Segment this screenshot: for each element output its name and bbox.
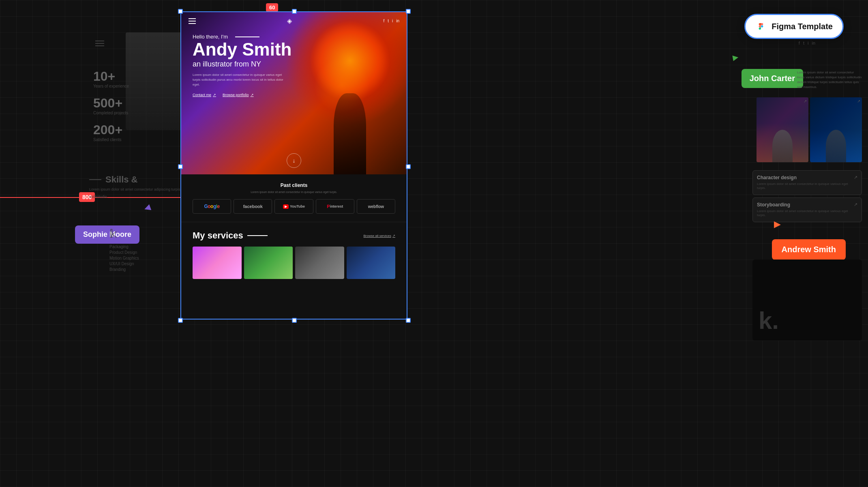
right-panel: Figma Template f t i in ◀ John Carter Lo…	[698, 0, 868, 487]
selection-handle-ml[interactable]	[178, 164, 183, 169]
figma-social-icons: f t i in	[799, 41, 815, 45]
list-item-motion: Motion Graphics	[109, 256, 139, 260]
clients-section: Past clients Lorem ipsum dolor sit amet …	[181, 174, 407, 222]
hero-subtitle: an illustrator from NY	[193, 60, 395, 69]
left-panel: 10+ Years of experience 500+ Completed p…	[0, 0, 186, 487]
selection-handle-br[interactable]	[406, 318, 411, 323]
service-card-title-2: Storyboarding	[757, 202, 790, 208]
services-title: My services	[193, 230, 243, 241]
service-thumb-2	[244, 247, 293, 279]
ruler-label-60: 60	[266, 3, 278, 12]
artwork-item-2: ↗	[810, 97, 862, 162]
service-card-storyboard: Storyboarding ↗ Lorem ipsum dolor sit am…	[752, 197, 862, 222]
nav-hamburger[interactable]	[189, 18, 196, 24]
selection-handle-bl[interactable]	[178, 318, 183, 323]
stats-block: 10+ Years of experience 500+ Completed p…	[93, 69, 129, 149]
list-item-uxui: UX/UI Design	[109, 262, 139, 266]
figma-template-badge[interactable]: Figma Template	[744, 14, 844, 39]
selection-handle-mr[interactable]	[406, 164, 411, 169]
figma-icon	[755, 21, 767, 32]
card-nav: ◈ f t i in	[181, 12, 407, 30]
hamburger-menu-left	[95, 41, 104, 46]
nav-facebook-icon: f	[383, 19, 384, 23]
instagram-social-icon: i	[808, 41, 808, 45]
cursor-red: ▶	[774, 219, 781, 230]
service-card-character: Character design ↗ Lorem ipsum dolor sit…	[752, 170, 862, 195]
nav-twitter-icon: t	[388, 19, 389, 23]
john-carter-badge: John Carter	[742, 69, 803, 88]
contact-arrow-icon: ↗	[213, 93, 216, 97]
list-item-packaging: Packaging	[109, 245, 139, 249]
hero-section: ◈ f t i in Hello there, I'm Andy Smith a…	[181, 12, 407, 174]
hero-greeting: Hello there, I'm	[193, 34, 395, 40]
browse-all-services-link[interactable]: Browse all services ↗	[364, 234, 395, 238]
portfolio-arrow-icon: ↗	[251, 93, 254, 97]
right-description-text: Lorem ipsum dolor sit amet consectetur l…	[797, 70, 862, 90]
selection-handle-tr[interactable]	[406, 9, 411, 14]
service-card-arrow-1: ↗	[854, 175, 857, 182]
service-card-arrow-2: ↗	[854, 202, 857, 209]
skills-description: Lorem ipsum dolor sit amet consectetur a…	[89, 187, 180, 199]
nav-linkedin-icon: in	[396, 19, 399, 23]
service-card-title-1: Character design	[757, 175, 797, 180]
clients-title: Past clients	[193, 182, 395, 188]
client-pinterest: Pinterest	[316, 199, 354, 214]
cursor-left: ◀	[142, 202, 151, 213]
selection-handle-tl[interactable]	[178, 9, 183, 14]
client-webflow: webflow	[357, 199, 395, 214]
youtube-icon: ▶	[283, 204, 289, 209]
hero-description: Lorem ipsum dolor sit amet consectetur i…	[193, 73, 290, 87]
twitter-social-icon: t	[803, 41, 804, 45]
skills-title: Skills &	[105, 174, 137, 185]
main-card: ◈ f t i in Hello there, I'm Andy Smith a…	[180, 11, 407, 320]
artwork-grid: ↗ ↗	[757, 97, 862, 162]
nav-logo: ◈	[287, 17, 292, 25]
nav-instagram-icon: i	[392, 19, 393, 23]
selection-handle-tm[interactable]	[292, 9, 297, 14]
services-section: My services Browse all services ↗	[181, 222, 407, 287]
scroll-down-button[interactable]: ↓	[287, 153, 301, 168]
selection-handle-bm[interactable]	[292, 318, 297, 323]
stat-projects-label: Completed projects	[93, 111, 129, 115]
service-thumb-1	[193, 247, 242, 279]
stat-clients-label: Satisfied clients	[93, 137, 129, 142]
list-item-branding: Branding	[109, 267, 139, 272]
hero-greeting-line	[235, 36, 259, 37]
stat-clients-number: 200+	[93, 122, 129, 137]
k-initial-icon: k.	[759, 307, 779, 335]
services-grid	[193, 247, 395, 279]
clients-subtitle: Lorem ipsum dolor sit amet consectetur i…	[193, 191, 395, 193]
portfolio-button[interactable]: Browse portfolio ↗	[223, 93, 254, 97]
service-thumb-4	[347, 247, 396, 279]
hero-name: Andy Smith	[193, 41, 395, 58]
stat-experience-label: Years of experience	[93, 84, 129, 88]
artwork-item-1: ↗	[757, 97, 808, 162]
nav-social-icons: f t i in	[383, 19, 399, 23]
contact-button[interactable]: Contact me ↗	[193, 93, 216, 97]
services-title-group: My services	[193, 230, 268, 241]
services-title-line	[247, 235, 268, 236]
stat-experience-number: 10+	[93, 69, 129, 84]
cursor-green: ◀	[732, 52, 739, 62]
client-google: Google	[193, 199, 231, 214]
andrew-smith-badge: Andrew Smith	[772, 239, 846, 260]
hero-buttons: Contact me ↗ Browse portfolio ↗	[193, 93, 395, 97]
skills-section-left: Skills & Lorem ipsum dolor sit amet cons…	[89, 174, 186, 200]
client-facebook: facebook	[234, 199, 272, 214]
service-card-text-2: Lorem ipsum dolor sit amet consectetur i…	[757, 209, 857, 218]
hero-content: Hello there, I'm Andy Smith an illustrat…	[181, 30, 407, 97]
portrait-image	[126, 32, 182, 130]
figma-badge-text: Figma Template	[772, 22, 833, 31]
skills-list: 𝕜 Packaging Product Design Motion Graphi…	[109, 227, 139, 273]
service-thumb-3	[295, 247, 344, 279]
service-card-text-1: Lorem ipsum dolor sit amet consectetur i…	[757, 182, 857, 191]
facebook-social-icon: f	[799, 41, 800, 45]
k-logo-icon: 𝕜	[109, 227, 139, 240]
stat-projects-number: 500+	[93, 96, 129, 111]
client-youtube: ▶ YouTube	[274, 199, 313, 214]
services-link-arrow-icon: ↗	[392, 234, 395, 238]
service-cards-right: Character design ↗ Lorem ipsum dolor sit…	[752, 170, 862, 225]
list-item-product: Product Design	[109, 250, 139, 255]
services-header: My services Browse all services ↗	[193, 230, 395, 241]
linkedin-social-icon: in	[812, 41, 815, 45]
